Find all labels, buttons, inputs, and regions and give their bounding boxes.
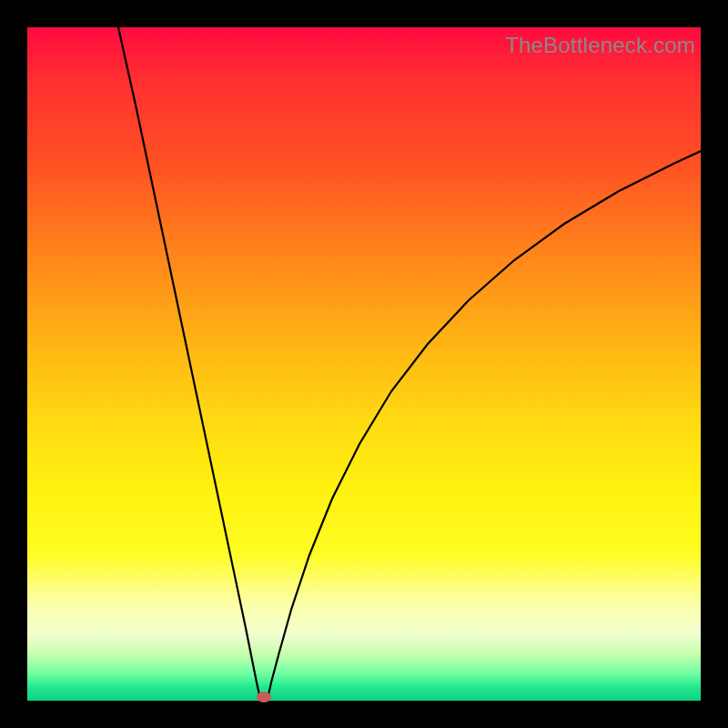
bottleneck-curve — [27, 27, 701, 701]
chart-plot-area: TheBottleneck.com — [27, 27, 701, 701]
optimal-marker-dot — [257, 692, 271, 703]
